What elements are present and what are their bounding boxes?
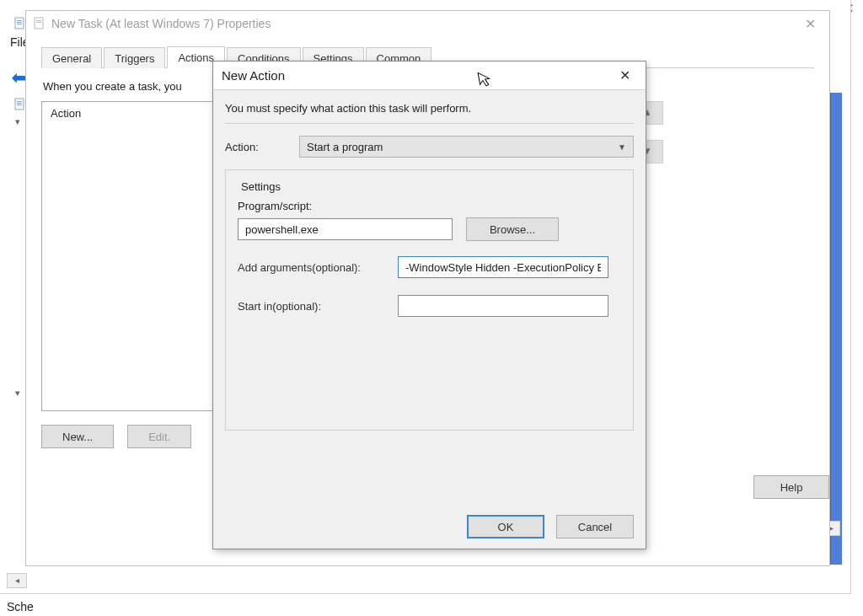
svg-rect-6 bbox=[17, 103, 22, 104]
divider bbox=[225, 123, 634, 124]
chevron-down-icon[interactable]: ▾ bbox=[15, 116, 20, 127]
svg-rect-0 bbox=[15, 18, 24, 29]
action-label: Action: bbox=[225, 141, 284, 153]
edit-action-button: Edit. bbox=[127, 425, 191, 448]
help-button[interactable]: Help bbox=[753, 475, 829, 499]
svg-rect-7 bbox=[17, 104, 22, 105]
svg-rect-3 bbox=[17, 24, 22, 24]
svg-rect-5 bbox=[17, 101, 22, 102]
dialog-title: New Task (At least Windows 7) Properties bbox=[51, 17, 797, 30]
program-script-label: Program/script: bbox=[238, 200, 621, 212]
settings-group: Settings Program/script: Browse... Add a… bbox=[225, 169, 634, 431]
action-combobox[interactable]: Start a program ▼ bbox=[299, 136, 634, 158]
chevron-down-icon: ▼ bbox=[618, 142, 626, 152]
start-in-input[interactable] bbox=[398, 295, 608, 317]
svg-rect-8 bbox=[35, 18, 43, 29]
close-icon[interactable]: ✕ bbox=[797, 16, 823, 32]
browse-button[interactable]: Browse... bbox=[466, 217, 559, 241]
settings-legend: Settings bbox=[238, 180, 284, 193]
document-icon bbox=[33, 17, 46, 30]
svg-rect-1 bbox=[17, 20, 22, 21]
program-script-input[interactable] bbox=[238, 218, 453, 240]
dialog-title: New Action bbox=[222, 68, 612, 83]
status-bar-text: Sche bbox=[7, 600, 34, 613]
back-arrow-icon[interactable]: ⬅ bbox=[12, 67, 26, 88]
svg-rect-10 bbox=[36, 22, 41, 23]
start-in-label: Start in(optional): bbox=[238, 300, 398, 313]
actions-pane-strip bbox=[830, 93, 842, 565]
scroll-left-button[interactable]: ◂ bbox=[7, 573, 27, 588]
tab-triggers[interactable]: Triggers bbox=[104, 47, 165, 68]
tab-general[interactable]: General bbox=[41, 47, 102, 68]
add-arguments-input[interactable] bbox=[398, 256, 608, 278]
instruction-text: You must specify what action this task w… bbox=[225, 102, 634, 115]
ok-button[interactable]: OK bbox=[467, 515, 544, 538]
close-icon[interactable]: ✕ bbox=[612, 67, 637, 83]
action-combobox-value: Start a program bbox=[307, 141, 383, 153]
chevron-down-icon[interactable]: ▾ bbox=[15, 388, 20, 399]
svg-rect-9 bbox=[36, 20, 41, 21]
new-action-button[interactable]: New... bbox=[41, 425, 114, 448]
svg-rect-4 bbox=[15, 99, 24, 110]
svg-rect-2 bbox=[17, 22, 22, 23]
cancel-button[interactable]: Cancel bbox=[556, 515, 634, 538]
new-action-dialog: New Action ✕ You must specify what actio… bbox=[212, 61, 646, 549]
add-arguments-label: Add arguments(optional): bbox=[238, 261, 398, 274]
